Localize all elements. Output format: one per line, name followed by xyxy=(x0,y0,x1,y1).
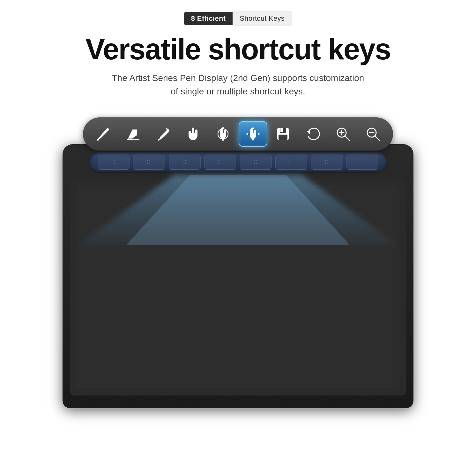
physical-key-6[interactable] xyxy=(275,154,307,170)
brush-icon xyxy=(95,126,111,142)
toolbar-eyedropper-button[interactable] xyxy=(149,121,177,147)
toolbar-zoom-out-button[interactable] xyxy=(359,121,387,147)
device-section xyxy=(47,117,429,408)
eraser-icon xyxy=(125,126,141,142)
svg-marker-18 xyxy=(307,131,310,134)
physical-key-8[interactable] xyxy=(346,154,378,170)
subtitle-line2: of single or multiple shortcut keys. xyxy=(171,86,305,96)
badge-light: Shortcut Keys xyxy=(233,11,292,26)
screen-display-area xyxy=(77,185,399,389)
badge-container: 8 Efficient Shortcut Keys xyxy=(184,11,292,26)
toolbar-touch-move-button[interactable] xyxy=(239,121,267,147)
svg-marker-5 xyxy=(222,139,224,142)
physical-key-5[interactable] xyxy=(240,154,272,170)
eyedropper-icon xyxy=(155,126,171,142)
physical-keys-bar xyxy=(89,152,387,172)
toolbar-touch-scroll-button[interactable] xyxy=(209,121,237,147)
toolbar-eraser-button[interactable] xyxy=(119,121,147,147)
save-icon xyxy=(275,126,291,142)
touch-scroll-icon xyxy=(215,126,231,142)
svg-rect-16 xyxy=(280,128,283,132)
physical-key-3[interactable] xyxy=(169,154,201,170)
svg-marker-4 xyxy=(222,126,224,129)
physical-key-2[interactable] xyxy=(133,154,165,170)
svg-line-25 xyxy=(375,136,379,140)
page-title: Versatile shortcut keys xyxy=(86,34,390,64)
physical-key-7[interactable] xyxy=(311,154,343,170)
device-body xyxy=(63,144,413,408)
physical-key-4[interactable] xyxy=(204,154,236,170)
hand-icon xyxy=(185,126,201,142)
toolbar-save-button[interactable] xyxy=(269,121,297,147)
subtitle-line1: The Artist Series Pen Display (2nd Gen) … xyxy=(112,73,364,83)
undo-icon xyxy=(305,126,321,142)
toolbar-wrapper xyxy=(83,117,393,151)
zoom-in-icon xyxy=(335,126,351,142)
svg-point-2 xyxy=(158,139,160,141)
svg-rect-17 xyxy=(279,135,287,140)
zoom-out-icon xyxy=(365,126,381,142)
toolbar-undo-button[interactable] xyxy=(299,121,327,147)
toolbar-brush-button[interactable] xyxy=(89,121,117,147)
svg-line-22 xyxy=(345,136,349,140)
page-subtitle: The Artist Series Pen Display (2nd Gen) … xyxy=(112,71,364,98)
toolbar xyxy=(83,117,393,151)
svg-point-0 xyxy=(97,139,99,141)
toolbar-zoom-in-button[interactable] xyxy=(329,121,357,147)
toolbar-hand-button[interactable] xyxy=(179,121,207,147)
touch-move-icon xyxy=(245,126,261,142)
badge-dark: 8 Efficient xyxy=(184,12,233,25)
physical-key-1[interactable] xyxy=(98,154,130,170)
device-screen xyxy=(70,179,406,395)
